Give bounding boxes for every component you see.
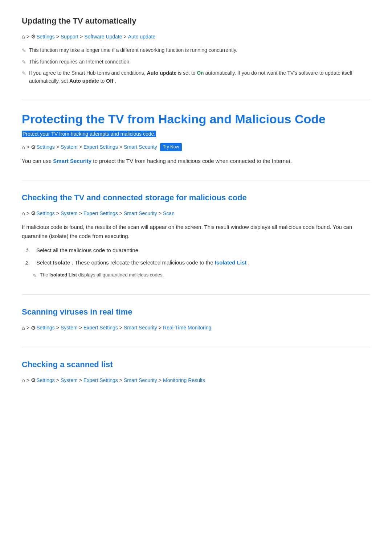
- s2-sep3: >: [79, 143, 82, 151]
- step2-num: 2.: [25, 258, 33, 267]
- s5-expert-settings[interactable]: Expert Settings: [83, 376, 118, 384]
- section2-body: You can use Smart Security to protect th…: [22, 157, 370, 166]
- bc-support[interactable]: Support: [61, 33, 78, 41]
- sub-note-suffix: displays all quarantined malicious codes…: [78, 272, 164, 278]
- s2-expert-settings[interactable]: Expert Settings: [83, 143, 118, 151]
- pencil-icon-2: ✎: [22, 58, 26, 66]
- s4-smart-security[interactable]: Smart Security: [124, 324, 157, 332]
- pencil-icon-sub: ✎: [33, 272, 37, 280]
- section2-breadcrumb: ⌂ > ⚙ Settings > System > Expert Setting…: [22, 143, 370, 152]
- note-item-1: ✎ This function may take a longer time i…: [22, 46, 370, 54]
- s3-settings[interactable]: Settings: [36, 209, 55, 217]
- gear-icon: ⚙: [31, 32, 36, 41]
- s4-system[interactable]: System: [61, 324, 78, 332]
- note-item-3: ✎ If you agree to the Smart Hub terms an…: [22, 69, 370, 85]
- step2-prefix: Select: [36, 259, 52, 266]
- section4-title: Scanning viruses in real time: [22, 305, 370, 318]
- s3-sep5: >: [159, 209, 162, 217]
- gear-icon-3: ⚙: [31, 209, 36, 218]
- s5-sep5: >: [159, 376, 162, 384]
- step2-isolated-list: Isolated List: [215, 259, 247, 266]
- step2-isolate: Isolate: [53, 259, 70, 266]
- s2-system[interactable]: System: [61, 143, 78, 151]
- step1-num: 1.: [25, 246, 33, 255]
- s5-settings[interactable]: Settings: [36, 376, 55, 384]
- s2-sep4: >: [119, 143, 122, 151]
- pencil-icon-3: ✎: [22, 69, 26, 77]
- step-1: 1. Select all the malicious code to quar…: [25, 246, 370, 255]
- gear-icon-5: ⚙: [31, 376, 36, 385]
- s2-body-prefix: You can use: [22, 158, 52, 164]
- try-now-badge[interactable]: Try Now: [160, 143, 182, 151]
- s5-sep4: >: [119, 376, 122, 384]
- s4-sep1: >: [26, 324, 29, 332]
- bc-sep3: >: [80, 33, 83, 41]
- note-text-3: If you agree to the Smart Hub terms and …: [29, 69, 370, 85]
- s4-settings[interactable]: Settings: [36, 324, 55, 332]
- section2-highlight: Protect your TV from hacking attempts an…: [22, 131, 156, 137]
- note3-auto-update2: Auto update: [69, 78, 99, 84]
- divider-1: [22, 100, 370, 100]
- step-2: 2. Select Isolate . These options reloca…: [25, 258, 370, 267]
- bc-auto-update[interactable]: Auto update: [128, 33, 156, 41]
- s3-scan[interactable]: Scan: [163, 209, 175, 217]
- s4-real-time-monitoring[interactable]: Real-Time Monitoring: [163, 324, 211, 332]
- s4-sep2: >: [56, 324, 59, 332]
- note3-off: Off: [106, 78, 113, 84]
- s5-sep2: >: [56, 376, 59, 384]
- s2-settings[interactable]: Settings: [36, 143, 55, 151]
- section3-body: If malicious code is found, the results …: [22, 223, 370, 241]
- s2-smart-security-inline: Smart Security: [53, 158, 91, 164]
- step1-text: Select all the malicious code to quarant…: [36, 246, 140, 255]
- home-icon-5[interactable]: ⌂: [22, 376, 25, 385]
- s5-sep3: >: [79, 376, 82, 384]
- note3-suffix: to: [101, 78, 105, 84]
- section-scanning-viruses: Scanning viruses in real time ⌂ > ⚙ Sett…: [22, 305, 370, 332]
- bc-sep2: >: [56, 33, 59, 41]
- section2-title: Protecting the TV from Hacking and Malic…: [22, 111, 370, 127]
- divider-4: [22, 347, 370, 347]
- s5-system[interactable]: System: [61, 376, 78, 384]
- pencil-icon-1: ✎: [22, 46, 26, 54]
- divider-2: [22, 180, 370, 180]
- section4-breadcrumb: ⌂ > ⚙ Settings > System > Expert Setting…: [22, 324, 370, 332]
- section2-subtitle: Protect your TV from hacking attempts an…: [22, 129, 370, 139]
- section-protecting-tv: Protecting the TV from Hacking and Malic…: [22, 111, 370, 166]
- s2-sep1: >: [26, 143, 29, 151]
- note-text-2: This function requires an Internet conne…: [29, 58, 131, 66]
- s3-smart-security[interactable]: Smart Security: [124, 209, 157, 217]
- gear-icon-2: ⚙: [31, 143, 36, 152]
- s5-monitoring-results[interactable]: Monitoring Results: [163, 376, 205, 384]
- bc-software-update[interactable]: Software Update: [84, 33, 122, 41]
- section1-title: Updating the TV automatically: [22, 15, 370, 27]
- home-icon-2[interactable]: ⌂: [22, 143, 25, 152]
- s5-smart-security[interactable]: Smart Security: [124, 376, 157, 384]
- step2-content: Select Isolate . These options relocate …: [36, 258, 250, 267]
- home-icon[interactable]: ⌂: [22, 32, 25, 41]
- s4-sep4: >: [119, 324, 122, 332]
- home-icon-4[interactable]: ⌂: [22, 324, 25, 332]
- s3-expert-settings[interactable]: Expert Settings: [83, 209, 118, 217]
- home-icon-3[interactable]: ⌂: [22, 209, 25, 218]
- divider-3: [22, 294, 370, 295]
- s4-sep5: >: [159, 324, 162, 332]
- note3-prefix: If you agree to the Smart Hub terms and …: [29, 70, 146, 76]
- step2-middle: . These options relocate the selected ma…: [72, 259, 213, 266]
- section-updating-tv: Updating the TV automatically ⌂ > ⚙ Sett…: [22, 15, 370, 85]
- section5-title: Checking a scanned list: [22, 358, 370, 371]
- section-checking-tv: Checking the TV and connected storage fo…: [22, 191, 370, 280]
- section3-breadcrumb: ⌂ > ⚙ Settings > System > Expert Setting…: [22, 209, 370, 218]
- s3-sep3: >: [79, 209, 82, 217]
- s2-body-suffix: to protect the TV from hacking and malic…: [93, 158, 292, 164]
- s3-system[interactable]: System: [61, 209, 78, 217]
- gear-icon-4: ⚙: [31, 324, 36, 332]
- note-text-1: This function may take a longer time if …: [29, 46, 237, 54]
- sub-note-prefix: The: [40, 272, 48, 278]
- s2-sep2: >: [56, 143, 59, 151]
- s3-sep1: >: [26, 209, 29, 217]
- note-item-2: ✎ This function requires an Internet con…: [22, 58, 370, 66]
- bc-settings[interactable]: Settings: [36, 33, 55, 41]
- section5-breadcrumb: ⌂ > ⚙ Settings > System > Expert Setting…: [22, 376, 370, 385]
- s4-expert-settings[interactable]: Expert Settings: [83, 324, 118, 332]
- s2-smart-security[interactable]: Smart Security: [124, 143, 157, 151]
